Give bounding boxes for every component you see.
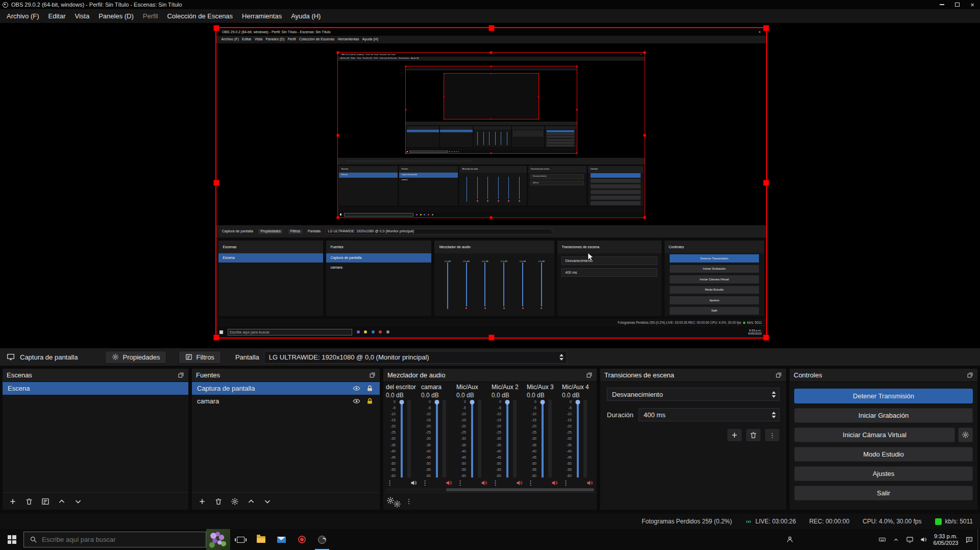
lock-icon[interactable] bbox=[365, 384, 374, 393]
filters-button[interactable]: Filtros bbox=[179, 351, 220, 364]
selection-handle-icon[interactable] bbox=[336, 134, 339, 136]
volume-slider[interactable] bbox=[503, 400, 511, 477]
move-scene-down-button[interactable] bbox=[71, 495, 85, 508]
selection-handle-icon[interactable] bbox=[214, 180, 219, 186]
popout-icon[interactable] bbox=[586, 372, 593, 378]
menu-item-editar[interactable]: Editar bbox=[44, 12, 70, 20]
selection-handle-icon[interactable] bbox=[444, 118, 445, 119]
scene-row[interactable]: Escena bbox=[3, 382, 188, 395]
volume-slider[interactable] bbox=[398, 400, 405, 477]
remove-source-button[interactable] bbox=[211, 495, 226, 508]
selection-handle-icon[interactable] bbox=[644, 216, 646, 219]
selection-handle-icon[interactable] bbox=[405, 109, 407, 110]
selection-handle-icon[interactable] bbox=[214, 26, 219, 31]
visibility-eye-icon[interactable] bbox=[352, 384, 361, 393]
slider-knob[interactable] bbox=[434, 400, 439, 404]
add-source-button[interactable] bbox=[195, 495, 209, 508]
mixer-menu-button[interactable]: ⋮ bbox=[402, 495, 416, 508]
modo-estudio-button[interactable]: Modo Estudio bbox=[794, 447, 973, 462]
popout-icon[interactable] bbox=[369, 372, 376, 378]
iniciar-grabacion-button[interactable]: Iniciar Grabación bbox=[794, 408, 973, 423]
popout-icon[interactable] bbox=[967, 372, 973, 378]
properties-button[interactable]: Propiedades bbox=[105, 351, 166, 364]
selection-handle-icon[interactable] bbox=[538, 73, 539, 74]
selection-handle-icon[interactable] bbox=[764, 26, 769, 31]
selection-handle-icon[interactable] bbox=[576, 109, 577, 110]
iniciar-camara-virtual-button[interactable]: Iniciar Cámara Virtual bbox=[794, 427, 955, 442]
mail-button[interactable] bbox=[271, 529, 291, 550]
selection-handle-icon[interactable] bbox=[214, 335, 219, 341]
mixer-scrollbar[interactable] bbox=[386, 488, 594, 491]
move-source-up-button[interactable] bbox=[244, 495, 258, 508]
network-tray-button[interactable] bbox=[903, 529, 917, 550]
maximize-button[interactable] bbox=[949, 0, 965, 9]
channel-menu-icon[interactable]: ⋮ bbox=[527, 480, 534, 486]
file-explorer-button[interactable] bbox=[251, 529, 271, 550]
channel-menu-icon[interactable]: ⋮ bbox=[386, 480, 393, 486]
menu-item-coleccion-de-escenas[interactable]: Colección de Escenas bbox=[162, 12, 237, 20]
slider-knob[interactable] bbox=[399, 400, 404, 404]
menu-item-vista[interactable]: Vista bbox=[70, 12, 94, 20]
mute-speaker-icon[interactable] bbox=[480, 479, 488, 487]
selection-handle-icon[interactable] bbox=[444, 73, 445, 74]
popout-icon[interactable] bbox=[178, 372, 184, 378]
transition-combobox[interactable]: Desvanecimiento bbox=[607, 388, 779, 401]
slider-knob[interactable] bbox=[540, 400, 545, 404]
mute-speaker-icon[interactable] bbox=[445, 479, 453, 487]
volume-slider[interactable] bbox=[574, 400, 581, 477]
recording-app-button[interactable] bbox=[291, 529, 312, 550]
advanced-audio-button[interactable] bbox=[386, 496, 400, 507]
mute-speaker-icon[interactable] bbox=[586, 479, 594, 487]
combobox-arrows-icon[interactable] bbox=[770, 391, 778, 398]
taskbar-clock[interactable]: 9:33 p.m.6/05/2023 bbox=[930, 529, 961, 550]
visibility-eye-icon[interactable] bbox=[352, 397, 361, 405]
selection-handle-icon[interactable] bbox=[491, 153, 492, 154]
menu-item-paneles-d[interactable]: Paneles (D) bbox=[94, 12, 138, 20]
menu-item-archivo-f[interactable]: Archivo (F) bbox=[2, 12, 44, 20]
menu-item-herramientas[interactable]: Herramientas bbox=[237, 12, 286, 20]
move-scene-up-button[interactable] bbox=[55, 495, 69, 508]
taskbar-search[interactable] bbox=[23, 532, 206, 547]
duration-spinbox[interactable]: 400 ms bbox=[639, 408, 779, 421]
selection-handle-icon[interactable] bbox=[644, 134, 646, 136]
show-desktop-button[interactable] bbox=[977, 529, 980, 550]
channel-menu-icon[interactable]: ⋮ bbox=[457, 480, 463, 486]
selection-handle-icon[interactable] bbox=[491, 118, 492, 119]
mute-speaker-icon[interactable] bbox=[410, 479, 418, 487]
channel-menu-icon[interactable]: ⋮ bbox=[422, 480, 428, 486]
selection-handle-icon[interactable] bbox=[488, 26, 494, 31]
screen-combobox[interactable]: LG ULTRAWIDE: 1920x1080 @ 0,0 (Monitor p… bbox=[264, 351, 567, 364]
mute-speaker-icon[interactable] bbox=[551, 479, 558, 487]
scene-filters-button[interactable] bbox=[38, 495, 53, 508]
selection-handle-icon[interactable] bbox=[538, 96, 539, 97]
selection-handle-icon[interactable] bbox=[336, 52, 339, 54]
ajustes-button[interactable]: Ajustes bbox=[794, 466, 973, 481]
selection-handle-icon[interactable] bbox=[491, 65, 492, 67]
add-scene-button[interactable] bbox=[6, 495, 20, 508]
obs-taskbar-button[interactable] bbox=[312, 529, 332, 550]
selection-handle-icon[interactable] bbox=[764, 180, 769, 186]
preview-canvas[interactable]: OBS 29.0.2 (64-bit, windows) - Perfil: S… bbox=[0, 23, 980, 348]
virtual-camera-config-button[interactable] bbox=[958, 427, 973, 442]
action-center-button[interactable] bbox=[961, 529, 977, 550]
selection-handle-icon[interactable] bbox=[490, 216, 493, 219]
volume-tray-button[interactable] bbox=[917, 529, 930, 550]
selection-handle-icon[interactable] bbox=[405, 65, 407, 67]
channel-menu-icon[interactable]: ⋮ bbox=[492, 480, 499, 486]
slider-knob[interactable] bbox=[505, 400, 509, 404]
combobox-arrows-icon[interactable] bbox=[557, 354, 566, 361]
selection-handle-icon[interactable] bbox=[405, 153, 407, 154]
mixer-scrollbar-thumb[interactable] bbox=[446, 488, 594, 491]
source-row[interactable]: Captura de pantalla bbox=[192, 382, 380, 395]
detener-transmision-button[interactable]: Detener Transmisión bbox=[794, 389, 973, 403]
volume-slider[interactable] bbox=[538, 400, 546, 477]
channel-menu-icon[interactable]: ⋮ bbox=[562, 480, 569, 486]
close-button[interactable]: × bbox=[965, 0, 980, 9]
capture-region[interactable]: OBS 29.0.2 (64-bit, windows) - Perfil: S… bbox=[215, 27, 767, 339]
menu-item-perfil[interactable]: Perfil bbox=[138, 12, 163, 20]
selection-handle-icon[interactable] bbox=[490, 52, 493, 54]
source-properties-button[interactable] bbox=[228, 495, 242, 508]
selection-handle-icon[interactable] bbox=[576, 65, 577, 67]
mute-speaker-icon[interactable] bbox=[516, 479, 523, 487]
source-row[interactable]: camara bbox=[192, 395, 380, 408]
